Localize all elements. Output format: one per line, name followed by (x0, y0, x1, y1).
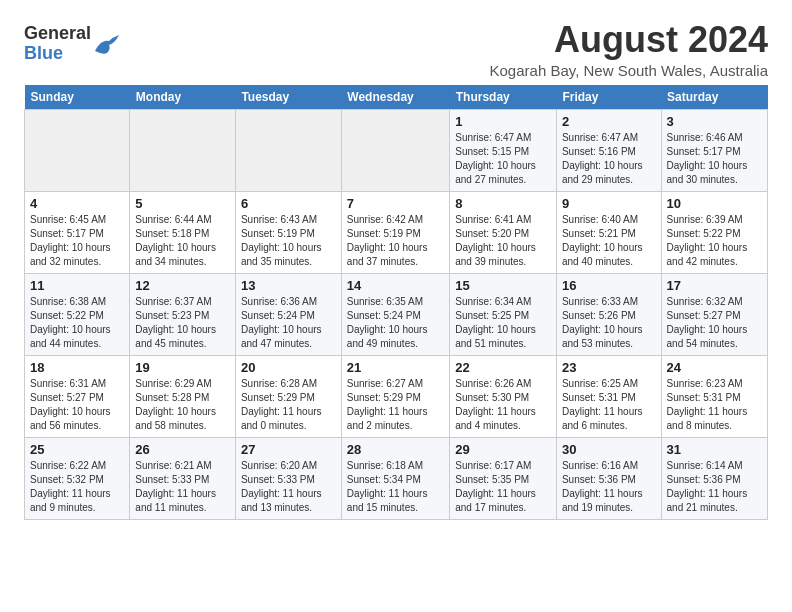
day-number: 21 (347, 360, 444, 375)
day-detail: Sunrise: 6:17 AMSunset: 5:35 PMDaylight:… (455, 459, 551, 515)
day-detail: Sunrise: 6:27 AMSunset: 5:29 PMDaylight:… (347, 377, 444, 433)
day-number: 4 (30, 196, 124, 211)
calendar-week-row: 11Sunrise: 6:38 AMSunset: 5:22 PMDayligh… (25, 273, 768, 355)
table-row: 2Sunrise: 6:47 AMSunset: 5:16 PMDaylight… (556, 109, 661, 191)
table-row: 18Sunrise: 6:31 AMSunset: 5:27 PMDayligh… (25, 355, 130, 437)
table-row: 29Sunrise: 6:17 AMSunset: 5:35 PMDayligh… (450, 437, 557, 519)
day-number: 10 (667, 196, 762, 211)
table-row: 31Sunrise: 6:14 AMSunset: 5:36 PMDayligh… (661, 437, 767, 519)
day-number: 9 (562, 196, 656, 211)
day-number: 13 (241, 278, 336, 293)
day-detail: Sunrise: 6:44 AMSunset: 5:18 PMDaylight:… (135, 213, 230, 269)
day-number: 17 (667, 278, 762, 293)
table-row: 12Sunrise: 6:37 AMSunset: 5:23 PMDayligh… (130, 273, 236, 355)
table-row: 24Sunrise: 6:23 AMSunset: 5:31 PMDayligh… (661, 355, 767, 437)
table-row: 1Sunrise: 6:47 AMSunset: 5:15 PMDaylight… (450, 109, 557, 191)
table-row: 11Sunrise: 6:38 AMSunset: 5:22 PMDayligh… (25, 273, 130, 355)
day-number: 20 (241, 360, 336, 375)
col-tuesday: Tuesday (235, 85, 341, 110)
day-number: 30 (562, 442, 656, 457)
day-detail: Sunrise: 6:46 AMSunset: 5:17 PMDaylight:… (667, 131, 762, 187)
day-number: 1 (455, 114, 551, 129)
day-number: 6 (241, 196, 336, 211)
logo-bird-icon (93, 33, 121, 55)
day-detail: Sunrise: 6:23 AMSunset: 5:31 PMDaylight:… (667, 377, 762, 433)
day-detail: Sunrise: 6:28 AMSunset: 5:29 PMDaylight:… (241, 377, 336, 433)
day-detail: Sunrise: 6:35 AMSunset: 5:24 PMDaylight:… (347, 295, 444, 351)
col-friday: Friday (556, 85, 661, 110)
day-number: 27 (241, 442, 336, 457)
calendar-week-row: 25Sunrise: 6:22 AMSunset: 5:32 PMDayligh… (25, 437, 768, 519)
day-number: 8 (455, 196, 551, 211)
day-detail: Sunrise: 6:20 AMSunset: 5:33 PMDaylight:… (241, 459, 336, 515)
day-detail: Sunrise: 6:38 AMSunset: 5:22 PMDaylight:… (30, 295, 124, 351)
table-row: 25Sunrise: 6:22 AMSunset: 5:32 PMDayligh… (25, 437, 130, 519)
day-detail: Sunrise: 6:25 AMSunset: 5:31 PMDaylight:… (562, 377, 656, 433)
col-sunday: Sunday (25, 85, 130, 110)
day-detail: Sunrise: 6:21 AMSunset: 5:33 PMDaylight:… (135, 459, 230, 515)
day-detail: Sunrise: 6:36 AMSunset: 5:24 PMDaylight:… (241, 295, 336, 351)
day-detail: Sunrise: 6:47 AMSunset: 5:15 PMDaylight:… (455, 131, 551, 187)
day-number: 23 (562, 360, 656, 375)
table-row: 3Sunrise: 6:46 AMSunset: 5:17 PMDaylight… (661, 109, 767, 191)
day-detail: Sunrise: 6:18 AMSunset: 5:34 PMDaylight:… (347, 459, 444, 515)
day-number: 11 (30, 278, 124, 293)
day-number: 3 (667, 114, 762, 129)
day-detail: Sunrise: 6:29 AMSunset: 5:28 PMDaylight:… (135, 377, 230, 433)
day-detail: Sunrise: 6:42 AMSunset: 5:19 PMDaylight:… (347, 213, 444, 269)
day-detail: Sunrise: 6:33 AMSunset: 5:26 PMDaylight:… (562, 295, 656, 351)
col-thursday: Thursday (450, 85, 557, 110)
table-row: 15Sunrise: 6:34 AMSunset: 5:25 PMDayligh… (450, 273, 557, 355)
day-number: 16 (562, 278, 656, 293)
table-row: 16Sunrise: 6:33 AMSunset: 5:26 PMDayligh… (556, 273, 661, 355)
table-row: 5Sunrise: 6:44 AMSunset: 5:18 PMDaylight… (130, 191, 236, 273)
day-number: 28 (347, 442, 444, 457)
day-detail: Sunrise: 6:16 AMSunset: 5:36 PMDaylight:… (562, 459, 656, 515)
table-row: 13Sunrise: 6:36 AMSunset: 5:24 PMDayligh… (235, 273, 341, 355)
table-row: 10Sunrise: 6:39 AMSunset: 5:22 PMDayligh… (661, 191, 767, 273)
calendar-week-row: 18Sunrise: 6:31 AMSunset: 5:27 PMDayligh… (25, 355, 768, 437)
title-section: August 2024 Kogarah Bay, New South Wales… (490, 20, 768, 79)
col-saturday: Saturday (661, 85, 767, 110)
day-number: 5 (135, 196, 230, 211)
day-detail: Sunrise: 6:32 AMSunset: 5:27 PMDaylight:… (667, 295, 762, 351)
day-detail: Sunrise: 6:43 AMSunset: 5:19 PMDaylight:… (241, 213, 336, 269)
day-number: 31 (667, 442, 762, 457)
calendar-table: Sunday Monday Tuesday Wednesday Thursday… (24, 85, 768, 520)
col-monday: Monday (130, 85, 236, 110)
day-number: 2 (562, 114, 656, 129)
day-detail: Sunrise: 6:47 AMSunset: 5:16 PMDaylight:… (562, 131, 656, 187)
table-row: 30Sunrise: 6:16 AMSunset: 5:36 PMDayligh… (556, 437, 661, 519)
table-row: 26Sunrise: 6:21 AMSunset: 5:33 PMDayligh… (130, 437, 236, 519)
table-row: 20Sunrise: 6:28 AMSunset: 5:29 PMDayligh… (235, 355, 341, 437)
day-detail: Sunrise: 6:14 AMSunset: 5:36 PMDaylight:… (667, 459, 762, 515)
table-row (341, 109, 449, 191)
day-number: 29 (455, 442, 551, 457)
calendar-week-row: 4Sunrise: 6:45 AMSunset: 5:17 PMDaylight… (25, 191, 768, 273)
day-detail: Sunrise: 6:31 AMSunset: 5:27 PMDaylight:… (30, 377, 124, 433)
table-row: 21Sunrise: 6:27 AMSunset: 5:29 PMDayligh… (341, 355, 449, 437)
table-row: 27Sunrise: 6:20 AMSunset: 5:33 PMDayligh… (235, 437, 341, 519)
day-number: 14 (347, 278, 444, 293)
day-detail: Sunrise: 6:39 AMSunset: 5:22 PMDaylight:… (667, 213, 762, 269)
day-number: 22 (455, 360, 551, 375)
calendar-subtitle: Kogarah Bay, New South Wales, Australia (490, 62, 768, 79)
table-row: 7Sunrise: 6:42 AMSunset: 5:19 PMDaylight… (341, 191, 449, 273)
page-header: General Blue August 2024 Kogarah Bay, Ne… (24, 20, 768, 79)
day-number: 24 (667, 360, 762, 375)
header-row: Sunday Monday Tuesday Wednesday Thursday… (25, 85, 768, 110)
calendar-week-row: 1Sunrise: 6:47 AMSunset: 5:15 PMDaylight… (25, 109, 768, 191)
table-row: 4Sunrise: 6:45 AMSunset: 5:17 PMDaylight… (25, 191, 130, 273)
table-row: 23Sunrise: 6:25 AMSunset: 5:31 PMDayligh… (556, 355, 661, 437)
day-number: 15 (455, 278, 551, 293)
day-number: 19 (135, 360, 230, 375)
table-row: 9Sunrise: 6:40 AMSunset: 5:21 PMDaylight… (556, 191, 661, 273)
logo-general: General (24, 23, 91, 43)
table-row (25, 109, 130, 191)
calendar-title: August 2024 (490, 20, 768, 60)
day-number: 12 (135, 278, 230, 293)
day-detail: Sunrise: 6:26 AMSunset: 5:30 PMDaylight:… (455, 377, 551, 433)
table-row (130, 109, 236, 191)
day-detail: Sunrise: 6:34 AMSunset: 5:25 PMDaylight:… (455, 295, 551, 351)
table-row: 6Sunrise: 6:43 AMSunset: 5:19 PMDaylight… (235, 191, 341, 273)
